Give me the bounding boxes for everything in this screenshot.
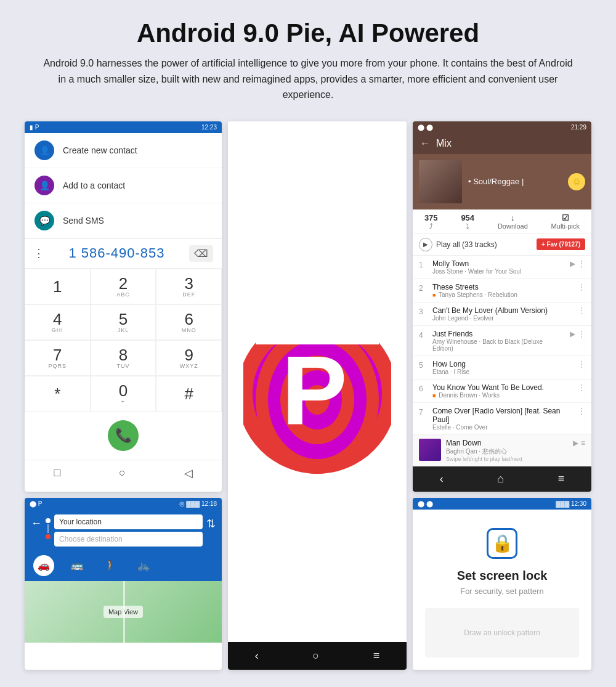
track-actions: ⋮ — [578, 407, 585, 415]
more-icon[interactable]: ⋮ — [578, 383, 585, 392]
android-p-screen: P — [228, 121, 407, 670]
destination-dot — [46, 534, 51, 539]
sms-icon: 💬 — [34, 211, 54, 230]
svg-text:P: P — [282, 335, 347, 445]
play-icon[interactable]: ▶ — [570, 259, 575, 268]
track-row[interactable]: 5 How Long Etana · I Rise ⋮ — [413, 356, 591, 380]
nav-recents-btn[interactable]: ≡ — [373, 649, 380, 662]
stat-download-num: ↓ — [498, 213, 528, 222]
nav-square-icon[interactable]: □ — [54, 466, 60, 479]
key-4[interactable]: 4GHI — [25, 304, 91, 340]
track-row[interactable]: 4 Just Friends Amy Winehouse · Back to B… — [413, 326, 591, 356]
add-contact-label: Add to a contact — [63, 181, 125, 190]
play-icon[interactable]: ▶ — [573, 439, 578, 447]
list-item[interactable]: 👤 Add to a contact — [25, 168, 222, 203]
destination-placeholder: Choose destination — [59, 535, 123, 543]
music-title: Mix — [436, 138, 452, 149]
fav-button[interactable]: + Fav (79127) — [537, 238, 585, 250]
track-artist: Baghri Qan · 悲伤的心 — [446, 447, 568, 456]
track-thumbnail — [419, 439, 441, 461]
keypad: 1 2ABC 3DEF 4GHI 5JKL 6MNO 7PQRS 8TUV 9W… — [25, 269, 222, 412]
contact-menu: 👤 Create new contact 👤 Add to a contact … — [25, 133, 222, 239]
key-7[interactable]: 7PQRS — [25, 340, 91, 376]
key-1[interactable]: 1 — [25, 269, 91, 304]
create-contact-icon: 👤 — [34, 140, 54, 160]
track-row[interactable]: 7 Come Over [Radio Version] [feat. Sean … — [413, 403, 591, 435]
car-mode-button[interactable]: 🚗 — [33, 555, 54, 576]
key-9[interactable]: 9WXYZ — [156, 340, 222, 376]
bike-mode-button[interactable]: 🚲 — [133, 555, 154, 576]
map-back-icon[interactable]: ← — [31, 514, 42, 530]
more-icon[interactable]: ⋮ — [578, 330, 585, 338]
nav-back-btn[interactable]: ‹ — [255, 649, 259, 662]
phone-music: ⬤ ⬤ 21:29 ← Mix • Soul/Reggae | 🪙 375 ⤴ … — [413, 121, 591, 492]
phone-android-p: P — [228, 121, 407, 670]
key-0[interactable]: 0+ — [91, 376, 156, 412]
nav-home-btn[interactable]: ○ — [312, 649, 319, 662]
track-row-special[interactable]: Man Down Baghri Qan · 悲伤的心 Swipe left/ri… — [413, 435, 591, 466]
nav-back-icon[interactable]: ◁ — [184, 466, 193, 480]
music-nav-back[interactable]: ‹ — [440, 473, 444, 486]
key-star[interactable]: * — [25, 376, 91, 412]
track-title: You Know You Want To Be Loved. — [432, 383, 573, 392]
track-info: Can't Be My Lover (Album Version) John L… — [432, 306, 573, 322]
track-actions: ⋮ — [578, 383, 585, 392]
track-artist: ■ Tanya Stephens · Rebelution — [432, 291, 573, 298]
more-icon[interactable]: ⋮ — [578, 360, 585, 368]
key-6[interactable]: 6MNO — [156, 304, 222, 340]
more-icon[interactable]: ⋮ — [578, 306, 585, 315]
more-icon[interactable]: ⋮ — [578, 283, 585, 291]
orange-tag: ■ — [432, 392, 436, 399]
stat-shares-num: 375 — [424, 213, 438, 222]
origin-input[interactable]: Your location — [54, 514, 203, 529]
route-line — [47, 524, 49, 533]
key-hash[interactable]: # — [156, 376, 222, 412]
music-nav-recents[interactable]: ≡ — [558, 473, 565, 486]
track-number: 4 — [419, 330, 428, 339]
key-2[interactable]: 2ABC — [91, 269, 156, 304]
track-row[interactable]: 2 These Streets ■ Tanya Stephens · Rebel… — [413, 279, 591, 303]
list-item[interactable]: 👤 Create new contact — [25, 133, 222, 168]
menu-icon[interactable]: ≡ — [581, 439, 585, 447]
stat-multipick: ☑ Multi-pick — [551, 213, 580, 230]
play-circle-icon[interactable]: ▶ — [419, 238, 432, 251]
page-description: Android 9.0 harnesses the power of artif… — [43, 55, 573, 103]
swap-icon[interactable]: ⇅ — [206, 514, 216, 530]
map-status-right: ◎ ▓▓▓ 12:18 — [179, 500, 217, 507]
music-nav-home[interactable]: ⌂ — [497, 473, 504, 486]
track-row[interactable]: 1 Molly Town Joss Stone · Water for Your… — [413, 256, 591, 279]
lock-status-right: ▓▓▓ 12:30 — [556, 500, 586, 507]
call-button[interactable]: 📞 — [108, 420, 139, 451]
track-title: How Long — [432, 360, 573, 368]
key-5[interactable]: 5JKL — [91, 304, 156, 340]
lock-pattern-area[interactable]: Draw an unlock pattern — [425, 608, 579, 657]
track-row[interactable]: 3 Can't Be My Lover (Album Version) John… — [413, 303, 591, 326]
nav-home-icon[interactable]: ○ — [119, 466, 126, 479]
track-info: You Know You Want To Be Loved. ■ Dennis … — [432, 383, 573, 399]
status-left-icons: ▮ P — [30, 124, 39, 131]
share2-icon: ⤵ — [461, 222, 474, 230]
create-contact-label: Create new contact — [63, 145, 137, 155]
lock-status-left: ⬤ ⬤ — [418, 500, 433, 507]
music-back-icon[interactable]: ← — [420, 138, 430, 149]
track-number: 6 — [419, 383, 428, 393]
more-icon[interactable]: ⋮ — [578, 407, 585, 415]
key-3[interactable]: 3DEF — [156, 269, 222, 304]
phone-contacts-dialer: ▮ P 12:23 👤 Create new contact 👤 Add to … — [25, 121, 222, 492]
add-contact-icon: 👤 — [34, 176, 54, 195]
play-icon[interactable]: ▶ — [570, 330, 575, 338]
track-list: 1 Molly Town Joss Stone · Water for Your… — [413, 256, 591, 466]
key-8[interactable]: 8TUV — [91, 340, 156, 376]
more-icon[interactable]: ⋮ — [33, 246, 44, 260]
transit-mode-button[interactable]: 🚌 — [67, 555, 87, 576]
list-item[interactable]: 💬 Send SMS — [25, 203, 222, 238]
track-row[interactable]: 6 You Know You Want To Be Loved. ■ Denni… — [413, 380, 591, 403]
more-icon[interactable]: ⋮ — [578, 259, 585, 268]
track-number: 3 — [419, 306, 428, 316]
walk-mode-button[interactable]: 🚶 — [100, 555, 121, 576]
map-status-bar: ⬤ P ◎ ▓▓▓ 12:18 — [25, 498, 222, 510]
destination-input[interactable]: Choose destination — [54, 532, 203, 547]
phone-maps: ⬤ P ◎ ▓▓▓ 12:18 ← Your location Choose d… — [25, 498, 222, 670]
track-title: These Streets — [432, 283, 573, 291]
delete-button[interactable]: ⌫ — [189, 245, 213, 262]
